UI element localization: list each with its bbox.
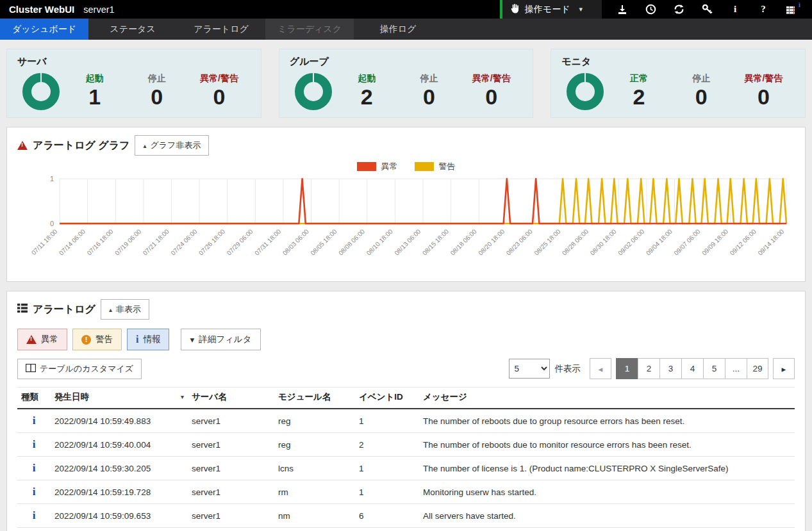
col-event-id[interactable]: イベントID [355,388,419,409]
customize-table-button[interactable]: テーブルのカスタマイズ [17,359,142,379]
chart-legend: 異常 警告 [17,161,795,172]
cluster-info-i-badge: i [799,1,800,8]
detail-filter-button[interactable]: ▾ 詳細フィルタ [181,329,260,350]
help-icon[interactable]: ? [749,0,777,19]
page-button-ellipsis[interactable]: ... [725,358,747,379]
stat-value: 1 [63,86,126,109]
cluster-name: server1 [83,4,114,15]
hide-table-button[interactable]: ▴ 非表示 [101,299,149,320]
card-title: モニタ [561,56,795,68]
next-page-button[interactable]: ▸ [773,358,795,379]
svg-text:08/08 06:00: 08/08 06:00 [337,227,366,256]
page-button-4[interactable]: 4 [681,358,703,379]
page-button-2[interactable]: 2 [638,358,659,379]
tab-operation-log[interactable]: 操作ログ [354,19,442,40]
alert-log-chart-svg: 0107/11 18:0007/14 06:0007/16 18:0007/19… [17,174,796,271]
cell-server: server1 [188,457,274,480]
svg-text:09/14 18:00: 09/14 18:00 [756,227,785,256]
table-row[interactable]: i 2022/09/14 10:59:40.004 server1 reg 2 … [17,433,795,457]
server-donut-chart [22,73,60,110]
page-button-29[interactable]: 29 [747,358,768,379]
chevron-down-icon: ▾ [579,5,583,13]
time-clock-icon[interactable] [636,0,665,19]
error-triangle-icon [26,335,37,344]
cell-module: reg [274,433,355,457]
col-message[interactable]: メッセージ [419,388,795,409]
cell-datetime: 2022/09/14 10:59:49.883 [51,409,188,433]
stat-online: 起動 1 [63,73,126,109]
key-icon[interactable] [693,0,721,19]
info-icon: i [33,509,36,521]
stat-offline: 停止 0 [670,73,733,109]
top-bar: Cluster WebUI server1 操作モード ▾ i ? [0,0,812,19]
stat-value: 0 [733,86,795,109]
alert-graph-panel: アラートログ グラフ ▴ グラフ非表示 異常 警告 0107/11 18:00 [6,127,806,282]
tab-alert-log[interactable]: アラートログ [177,19,265,40]
cell-server: server1 [188,504,274,528]
stat-value: 2 [608,86,670,109]
page-button-5[interactable]: 5 [703,358,725,379]
tab-dashboard[interactable]: ダッシュボード [0,19,88,40]
table-row[interactable]: i 2022/09/14 10:59:19.728 server1 rm 1 M… [17,480,795,504]
stat-error-warning: 異常/警告 0 [460,73,522,109]
legend-error-swatch [357,162,376,171]
svg-text:0: 0 [50,220,54,227]
legend-error: 異常 [357,161,398,172]
legend-warning: 警告 [415,161,456,172]
tab-status[interactable]: ステータス [88,19,177,40]
filter-warning-button[interactable]: ! 警告 [72,329,122,350]
stat-value: 0 [670,86,733,109]
table-row[interactable]: i 2022/09/14 10:59:30.205 server1 lcns 1… [17,457,795,480]
server-summary-card: サーバ 起動 1 停止 0 異常/警告 0 [6,49,261,118]
col-server[interactable]: サーバ名 [188,388,274,409]
svg-text:07/29 06:00: 07/29 06:00 [226,227,254,256]
col-datetime[interactable]: 発生日時▾ [51,388,188,409]
svg-text:09/07 06:00: 09/07 06:00 [672,227,701,256]
prev-page-button[interactable]: ◂ [590,358,611,379]
info-icon: i [33,414,36,427]
filter-info-button[interactable]: i 情報 [127,329,169,350]
page-button-3[interactable]: 3 [659,358,681,379]
table-row[interactable]: i 2022/09/14 10:59:09.653 server1 nm 6 A… [17,504,795,528]
cluster-info-list-icon[interactable]: i [777,0,806,19]
operation-mode-dropdown[interactable]: 操作モード ▾ [500,0,602,19]
table-row[interactable]: i 2022/09/14 10:59:49.883 server1 reg 1 … [17,409,795,433]
download-icon[interactable] [608,0,636,19]
alert-log-table: 種類 発生日時▾ サーバ名 モジュール名 イベントID メッセージ i 2022… [17,387,795,528]
svg-text:08/23 06:00: 08/23 06:00 [505,227,534,256]
cell-message: All servers have started. [419,504,795,528]
svg-text:07/31 18:00: 07/31 18:00 [253,227,282,256]
app-title: Cluster WebUI [9,4,74,15]
alert-triangle-icon [17,141,28,150]
cell-datetime: 2022/09/14 10:59:19.728 [51,480,188,504]
cell-server: server1 [188,409,274,433]
cell-event-id: 1 [355,409,419,433]
svg-text:08/10 18:00: 08/10 18:00 [365,227,394,256]
stat-error-warning: 異常/警告 0 [188,73,250,109]
info-icon[interactable]: i [721,0,749,19]
page-size-select[interactable]: 5 [509,359,550,379]
cell-datetime: 2022/09/14 10:59:40.004 [51,433,188,457]
pagination: 5 件表示 ◂ 1 2 3 4 5 ... 29 ▸ [509,358,795,379]
stat-error-warning: 異常/警告 0 [733,73,795,109]
svg-text:08/05 18:00: 08/05 18:00 [309,227,338,256]
col-type[interactable]: 種類 [17,388,51,409]
svg-text:09/12 06:00: 09/12 06:00 [729,227,758,256]
stat-value: 0 [460,86,522,109]
hide-graph-button[interactable]: ▴ グラフ非表示 [135,135,209,156]
col-module[interactable]: モジュール名 [274,388,355,409]
page-button-1[interactable]: 1 [616,358,638,379]
table-columns-icon [26,364,36,374]
stat-offline: 停止 0 [126,73,188,109]
cluster-webui-window: Cluster WebUI server1 操作モード ▾ i ? [0,0,812,531]
reload-icon[interactable] [665,0,693,19]
cell-server: server1 [188,480,274,504]
cell-event-id: 2 [355,433,419,457]
card-title: グループ [290,56,523,68]
cell-message: The number of reboots due to monitor res… [419,433,795,457]
page-number-group: 1 2 3 4 5 ... 29 [616,358,768,379]
cell-event-id: 1 [355,480,419,504]
legend-warning-swatch [415,162,434,171]
cell-datetime: 2022/09/14 10:59:09.653 [51,504,188,528]
filter-error-button[interactable]: 異常 [17,329,67,350]
